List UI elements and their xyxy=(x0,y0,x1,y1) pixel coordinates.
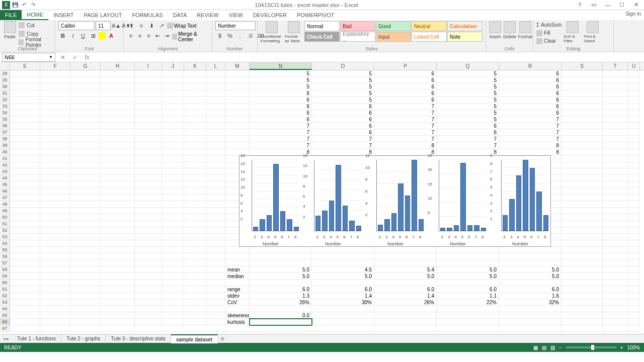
indent-dec-icon[interactable]: ⇤ xyxy=(154,31,162,40)
cell[interactable] xyxy=(206,266,225,273)
cell[interactable]: 5.0 xyxy=(312,273,374,280)
cell[interactable] xyxy=(135,116,162,123)
row-header[interactable]: 47 xyxy=(0,195,10,201)
cell[interactable] xyxy=(162,234,184,240)
cell[interactable] xyxy=(70,195,101,201)
cell[interactable] xyxy=(135,182,162,188)
cell[interactable] xyxy=(603,208,628,214)
cell[interactable] xyxy=(206,195,225,201)
cell[interactable] xyxy=(225,70,250,77)
cell[interactable]: 6 xyxy=(250,116,312,123)
cell[interactable] xyxy=(101,97,135,103)
cell[interactable] xyxy=(162,110,184,116)
cell[interactable]: 6.0 xyxy=(499,286,561,293)
cell[interactable] xyxy=(628,286,640,293)
cell[interactable] xyxy=(162,253,184,260)
cell[interactable] xyxy=(184,234,206,240)
cell[interactable]: 5 xyxy=(437,110,499,116)
sheet-tab[interactable]: sample dataset xyxy=(171,334,218,343)
cell[interactable] xyxy=(225,77,250,83)
cell[interactable] xyxy=(70,214,101,221)
cell[interactable] xyxy=(206,97,225,103)
row-header[interactable]: 45 xyxy=(0,182,10,188)
col-header-H[interactable]: H xyxy=(101,62,135,70)
cell[interactable] xyxy=(162,319,184,325)
cell[interactable] xyxy=(10,116,40,123)
cell[interactable] xyxy=(101,234,135,240)
cell[interactable] xyxy=(628,325,640,332)
cell[interactable] xyxy=(374,253,437,260)
add-sheet-button[interactable]: ⊕ xyxy=(218,336,227,341)
cell[interactable] xyxy=(628,280,640,286)
cell[interactable] xyxy=(162,90,184,97)
col-header-K[interactable]: K xyxy=(184,62,206,70)
cell[interactable] xyxy=(206,149,225,155)
cell[interactable]: 7 xyxy=(312,142,374,149)
cell[interactable] xyxy=(162,149,184,155)
view-break-icon[interactable]: ▧ xyxy=(550,345,555,350)
cell[interactable]: 6 xyxy=(437,123,499,129)
cell[interactable] xyxy=(206,240,225,247)
cell[interactable] xyxy=(135,77,162,83)
cell[interactable] xyxy=(561,77,603,83)
row-header[interactable]: 35 xyxy=(0,116,10,123)
cell[interactable] xyxy=(101,110,135,116)
cell[interactable] xyxy=(70,273,101,280)
cell[interactable] xyxy=(628,234,640,240)
cell[interactable] xyxy=(10,306,40,312)
cell[interactable] xyxy=(628,299,640,306)
cell[interactable] xyxy=(628,293,640,299)
cell[interactable] xyxy=(135,280,162,286)
cell[interactable] xyxy=(312,306,374,312)
cell[interactable] xyxy=(101,168,135,175)
ribbon-tab-home[interactable]: HOME xyxy=(22,10,48,20)
col-header-G[interactable]: G xyxy=(70,62,101,70)
cell[interactable] xyxy=(135,234,162,240)
cell[interactable] xyxy=(206,188,225,195)
cell[interactable] xyxy=(206,77,225,83)
row-header[interactable]: 60 xyxy=(0,280,10,286)
zoom-in-icon[interactable]: + xyxy=(620,345,623,350)
cell[interactable]: 6 xyxy=(374,70,437,77)
cell[interactable] xyxy=(162,280,184,286)
indent-inc-icon[interactable]: ⇥ xyxy=(163,31,171,40)
row-header[interactable]: 28 xyxy=(0,70,10,77)
cell[interactable] xyxy=(561,103,603,110)
cell[interactable]: 5.0 xyxy=(499,273,561,280)
cell[interactable] xyxy=(184,286,206,293)
cell[interactable] xyxy=(603,312,628,319)
cell[interactable] xyxy=(135,70,162,77)
cut-button[interactable]: Cut xyxy=(19,21,52,29)
style-check-cell[interactable]: Check Cell xyxy=(304,32,340,42)
cell[interactable] xyxy=(206,83,225,90)
cell[interactable]: 6 xyxy=(312,103,374,110)
row-header[interactable]: 56 xyxy=(0,253,10,260)
cell[interactable] xyxy=(70,201,101,208)
cell[interactable] xyxy=(603,240,628,247)
cell[interactable] xyxy=(135,110,162,116)
cell[interactable] xyxy=(206,136,225,142)
cell[interactable] xyxy=(184,312,206,319)
cell[interactable] xyxy=(561,123,603,129)
cell[interactable] xyxy=(40,260,70,266)
cell[interactable] xyxy=(10,83,40,90)
cell[interactable]: 0.0 xyxy=(250,312,312,319)
cell[interactable] xyxy=(184,214,206,221)
cell[interactable] xyxy=(628,168,640,175)
cell[interactable]: range xyxy=(225,286,250,293)
cell[interactable]: median xyxy=(225,273,250,280)
cell[interactable] xyxy=(70,77,101,83)
cell[interactable]: 5 xyxy=(312,83,374,90)
cell[interactable] xyxy=(10,155,40,162)
cell[interactable] xyxy=(10,201,40,208)
cell[interactable] xyxy=(70,208,101,214)
cell[interactable] xyxy=(206,70,225,77)
cell[interactable]: 22% xyxy=(437,299,499,306)
cell[interactable] xyxy=(628,306,640,312)
cell[interactable] xyxy=(40,103,70,110)
cell[interactable] xyxy=(101,188,135,195)
cell[interactable]: 5 xyxy=(250,83,312,90)
cell[interactable] xyxy=(162,214,184,221)
cell[interactable] xyxy=(101,90,135,97)
cell[interactable] xyxy=(561,325,603,332)
